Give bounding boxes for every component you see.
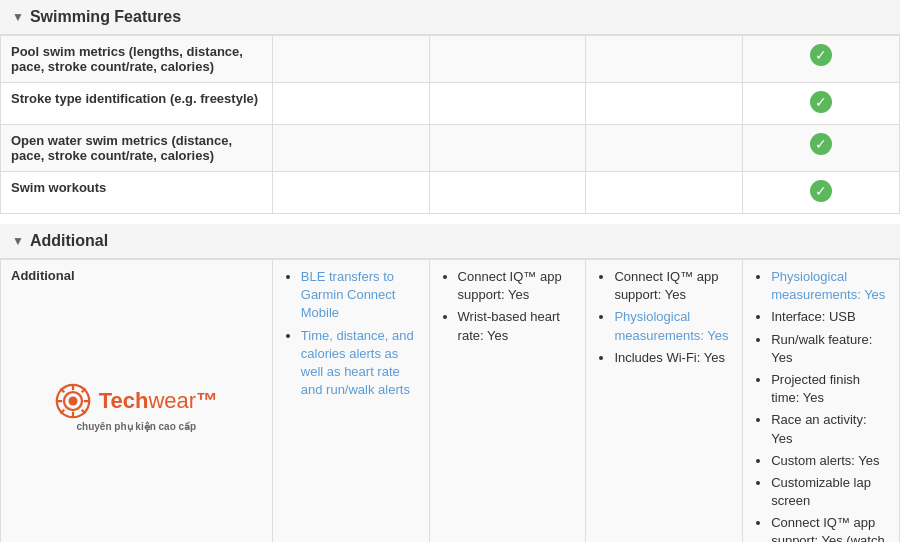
col-empty bbox=[586, 36, 743, 83]
swimming-section-title: Swimming Features bbox=[30, 8, 181, 26]
swimming-section-header: ▼ Swimming Features bbox=[0, 0, 900, 35]
collapse-arrow[interactable]: ▼ bbox=[12, 10, 24, 24]
list-item: Run/walk feature: Yes bbox=[771, 331, 889, 367]
additional-label-cell: Additional Techwear™ chu bbox=[1, 260, 273, 543]
table-row: Stroke type identification (e.g. freesty… bbox=[1, 83, 900, 125]
col4-list: Physiological measurements: Yes Interfac… bbox=[753, 268, 889, 542]
feature-name: Pool swim metrics (lengths, distance, pa… bbox=[1, 36, 273, 83]
col-empty bbox=[272, 172, 429, 214]
list-item-text: Time, distance, and calories alerts as w… bbox=[301, 328, 414, 398]
col-empty bbox=[586, 172, 743, 214]
feature-name: Stroke type identification (e.g. freesty… bbox=[1, 83, 273, 125]
list-item: Connect IQ™ app support: Yes (watch face… bbox=[771, 514, 889, 542]
list-item: Physiological measurements: Yes bbox=[771, 268, 889, 304]
table-row: Swim workouts bbox=[1, 172, 900, 214]
list-item-text: Connect IQ™ app support: Yes bbox=[614, 269, 718, 302]
additional-section-header: ▼ Additional bbox=[0, 224, 900, 259]
logo-name: Techwear™ bbox=[99, 388, 218, 414]
logo-tagline: chuyên phụ kiện cao cấp bbox=[21, 421, 252, 432]
col1-list: BLE transfers to Garmin Connect Mobile T… bbox=[283, 268, 419, 399]
check-col bbox=[743, 83, 900, 125]
list-item: Physiological measurements: Yes bbox=[614, 308, 732, 344]
list-item: Interface: USB bbox=[771, 308, 889, 326]
svg-point-2 bbox=[68, 397, 77, 406]
col-empty bbox=[429, 172, 586, 214]
check-col bbox=[743, 36, 900, 83]
list-item-text: Projected finish time: Yes bbox=[771, 372, 860, 405]
list-item: Includes Wi-Fi: Yes bbox=[614, 349, 732, 367]
additional-col2: Connect IQ™ app support: Yes Wrist-based… bbox=[429, 260, 586, 543]
additional-label-text: Additional bbox=[11, 268, 262, 283]
additional-col1: BLE transfers to Garmin Connect Mobile T… bbox=[272, 260, 429, 543]
additional-section: ▼ Additional Additional bbox=[0, 224, 900, 542]
list-item: Race an activity: Yes bbox=[771, 411, 889, 447]
list-item: Time, distance, and calories alerts as w… bbox=[301, 327, 419, 400]
list-item: Projected finish time: Yes bbox=[771, 371, 889, 407]
list-item-text: Interface: USB bbox=[771, 309, 856, 324]
col-empty bbox=[272, 83, 429, 125]
list-item: Connect IQ™ app support: Yes bbox=[614, 268, 732, 304]
col-empty bbox=[429, 125, 586, 172]
feature-name: Swim workouts bbox=[1, 172, 273, 214]
checkmark-icon bbox=[810, 180, 832, 202]
checkmark-icon bbox=[810, 133, 832, 155]
list-item: BLE transfers to Garmin Connect Mobile bbox=[301, 268, 419, 323]
additional-table: Additional Techwear™ chu bbox=[0, 259, 900, 542]
logo-gear-icon bbox=[55, 383, 91, 419]
col-empty bbox=[586, 125, 743, 172]
additional-section-title: Additional bbox=[30, 232, 108, 250]
col3-list: Connect IQ™ app support: Yes Physiologic… bbox=[596, 268, 732, 367]
table-row: Open water swim metrics (distance, pace,… bbox=[1, 125, 900, 172]
col-empty bbox=[429, 36, 586, 83]
list-item-text: Connect IQ™ app support: Yes bbox=[458, 269, 562, 302]
list-item-text: BLE transfers to Garmin Connect Mobile bbox=[301, 269, 396, 320]
col-empty bbox=[272, 125, 429, 172]
col-empty bbox=[586, 83, 743, 125]
list-item-text: Run/walk feature: Yes bbox=[771, 332, 872, 365]
checkmark-icon bbox=[810, 91, 832, 113]
collapse-arrow-additional[interactable]: ▼ bbox=[12, 234, 24, 248]
additional-col3: Connect IQ™ app support: Yes Physiologic… bbox=[586, 260, 743, 543]
list-item-text: Connect IQ™ app support: Yes (watch face… bbox=[771, 515, 884, 542]
swimming-table: Pool swim metrics (lengths, distance, pa… bbox=[0, 35, 900, 214]
checkmark-icon bbox=[810, 44, 832, 66]
list-item-text: Physiological measurements: Yes bbox=[771, 269, 885, 302]
list-item: Customizable lap screen bbox=[771, 474, 889, 510]
col-empty bbox=[272, 36, 429, 83]
swimming-section: ▼ Swimming Features Pool swim metrics (l… bbox=[0, 0, 900, 214]
list-item-text: Wrist-based heart rate: Yes bbox=[458, 309, 560, 342]
additional-data-row: Additional Techwear™ chu bbox=[1, 260, 900, 543]
list-item-text: Custom alerts: Yes bbox=[771, 453, 879, 468]
feature-name: Open water swim metrics (distance, pace,… bbox=[1, 125, 273, 172]
list-item: Wrist-based heart rate: Yes bbox=[458, 308, 576, 344]
table-row: Pool swim metrics (lengths, distance, pa… bbox=[1, 36, 900, 83]
logo: Techwear™ bbox=[21, 383, 252, 419]
additional-col4: Physiological measurements: Yes Interfac… bbox=[743, 260, 900, 543]
check-col bbox=[743, 125, 900, 172]
col2-list: Connect IQ™ app support: Yes Wrist-based… bbox=[440, 268, 576, 345]
list-item: Connect IQ™ app support: Yes bbox=[458, 268, 576, 304]
check-col bbox=[743, 172, 900, 214]
list-item-text: Race an activity: Yes bbox=[771, 412, 866, 445]
list-item-text: Customizable lap screen bbox=[771, 475, 871, 508]
list-item-text: Includes Wi-Fi: Yes bbox=[614, 350, 725, 365]
col-empty bbox=[429, 83, 586, 125]
logo-container: Techwear™ chuyên phụ kiện cao cấp bbox=[11, 363, 262, 452]
list-item: Custom alerts: Yes bbox=[771, 452, 889, 470]
list-item-text: Physiological measurements: Yes bbox=[614, 309, 728, 342]
